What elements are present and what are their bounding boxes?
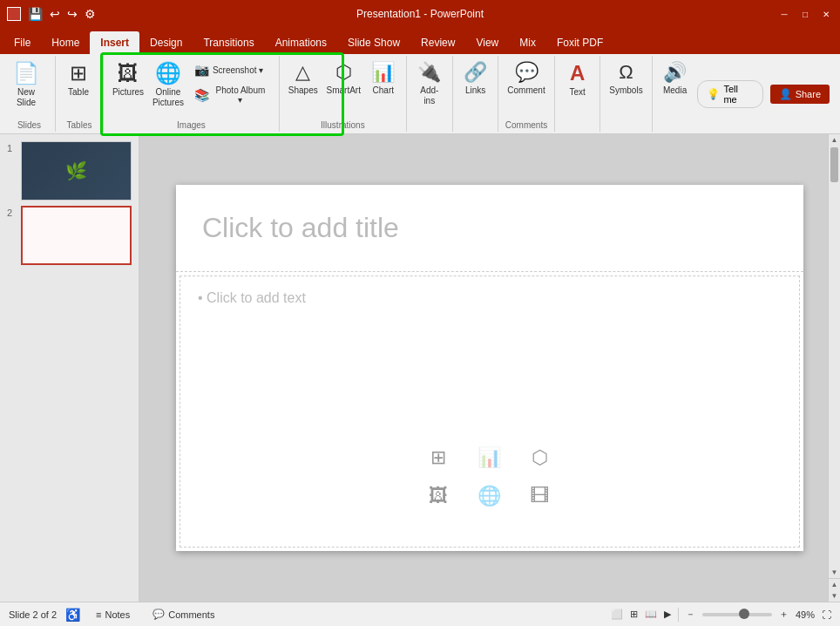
ribbon-tabs: File Home Insert Design Transitions Anim… — [0, 28, 840, 54]
tab-animations[interactable]: Animations — [265, 31, 337, 54]
media-button[interactable]: 🔊 Media — [658, 59, 693, 98]
comments-button[interactable]: 💬 Comments — [146, 607, 221, 622]
slide-sorter-icon[interactable]: ⊞ — [630, 609, 638, 620]
normal-view-icon[interactable]: ⬜ — [611, 609, 623, 620]
shapes-button[interactable]: △ Shapes — [285, 59, 322, 98]
photo-album-button[interactable]: 📚 Photo Album ▾ — [189, 82, 274, 108]
fit-slide-button[interactable]: ⛶ — [822, 609, 831, 620]
slide-content-area[interactable]: • Click to add text ⊞ 📊 ⬡ 🖼 🌐 🎞 — [180, 276, 800, 548]
screenshot-button[interactable]: 📷 Screenshot ▾ — [189, 59, 274, 80]
window-controls: ─ □ ✕ — [777, 7, 833, 21]
slide-content-placeholder: • Click to add text — [198, 290, 306, 306]
flower-icon: 🌿 — [65, 160, 87, 181]
tab-home[interactable]: Home — [41, 31, 90, 54]
text-buttons: A Text — [560, 59, 595, 130]
slide-thumb-2[interactable]: 2 — [7, 206, 132, 265]
slide-canvas: Click to add title • Click to add text ⊞… — [176, 185, 803, 551]
media-buttons: 🔊 Media — [658, 59, 693, 130]
online-pictures-icon: 🌐 — [155, 61, 181, 85]
redo-button[interactable]: ↪ — [65, 5, 79, 23]
insert-chart-icon[interactable]: 📊 — [468, 442, 510, 473]
slide-show-icon[interactable]: ▶ — [664, 609, 671, 620]
insert-picture-icon[interactable]: 🖼 — [417, 480, 459, 512]
title-bar-left: 💾 ↩ ↪ ⚙ — [7, 5, 98, 23]
insert-smartart-icon[interactable]: ⬡ — [518, 442, 560, 473]
minimize-button[interactable]: ─ — [777, 7, 791, 21]
zoom-slider[interactable] — [702, 613, 772, 616]
restore-button[interactable]: □ — [798, 7, 812, 21]
slide-title-area[interactable]: Click to add title — [176, 185, 803, 272]
scroll-down-arrow[interactable]: ▼ — [829, 567, 840, 578]
comments-group-label: Comments — [498, 120, 553, 130]
screenshot-icon: 📷 — [194, 63, 209, 77]
close-button[interactable]: ✕ — [819, 7, 833, 21]
smartart-button[interactable]: ⬡ SmartArt — [323, 59, 364, 98]
ribbon-group-images: 🖼 Pictures 🌐 OnlinePictures 📷 Screenshot… — [104, 56, 280, 132]
pictures-button[interactable]: 🖼 Pictures — [109, 59, 147, 99]
slide-main: ▲ ▼ ▲ ▼ Click to add title • Click to ad… — [139, 134, 840, 602]
pictures-icon: 🖼 — [118, 61, 139, 85]
tables-buttons: ⊞ Table — [61, 59, 98, 130]
addins-icon: 🔌 — [417, 61, 441, 84]
quick-access-toolbar: 💾 ↩ ↪ ⚙ — [26, 5, 98, 23]
scroll-track — [829, 146, 840, 567]
links-button[interactable]: 🔗 Links — [458, 59, 493, 98]
customize-button[interactable]: ⚙ — [83, 5, 98, 23]
tab-view[interactable]: View — [465, 31, 509, 54]
zoom-level: 49% — [796, 609, 815, 620]
share-button[interactable]: 👤 Share — [770, 85, 830, 104]
symbols-button[interactable]: Ω Symbols — [606, 59, 646, 98]
slide-thumb-img-1[interactable]: 🌿 — [21, 141, 132, 201]
scroll-next-page[interactable]: ▼ — [829, 590, 840, 602]
links-buttons: 🔗 Links — [458, 59, 493, 130]
vertical-scrollbar[interactable]: ▲ ▼ ▲ ▼ — [828, 134, 840, 602]
tab-file[interactable]: File — [3, 31, 41, 54]
zoom-thumb[interactable] — [739, 609, 749, 619]
zoom-in-button[interactable]: ＋ — [779, 608, 789, 621]
text-icon: A — [570, 61, 585, 85]
addins-button[interactable]: 🔌 Add-ins — [412, 59, 447, 108]
text-button[interactable]: A Text — [560, 59, 595, 99]
new-slide-button[interactable]: 📄 NewSlide — [9, 59, 44, 110]
insert-online-picture-icon[interactable]: 🌐 — [468, 480, 510, 512]
ribbon-right: 💡 Tell me 👤 Share — [697, 56, 837, 132]
save-button[interactable]: 💾 — [26, 5, 44, 23]
symbols-buttons: Ω Symbols — [606, 59, 646, 130]
tell-me-input[interactable]: 💡 Tell me — [697, 80, 762, 108]
insert-table-icon[interactable]: ⊞ — [417, 442, 459, 473]
table-button[interactable]: ⊞ Table — [61, 59, 96, 99]
tab-transitions[interactable]: Transitions — [193, 31, 264, 54]
chart-icon: 📊 — [371, 61, 395, 84]
scroll-prev-page[interactable]: ▲ — [829, 579, 840, 590]
zoom-out-button[interactable]: － — [686, 608, 695, 621]
slide-thumb-1[interactable]: 1 🌿 — [7, 141, 132, 201]
tab-insert[interactable]: Insert — [90, 31, 139, 54]
reading-view-icon[interactable]: 📖 — [645, 609, 657, 620]
tab-foxitpdf[interactable]: Foxit PDF — [546, 31, 613, 54]
media-icon: 🔊 — [663, 61, 687, 84]
ribbon-group-media: 🔊 Media — [653, 56, 698, 132]
tab-design[interactable]: Design — [139, 31, 193, 54]
ribbon-group-text: A Text — [555, 56, 601, 132]
tab-mix[interactable]: Mix — [509, 31, 546, 54]
slide-num-1: 1 — [7, 143, 16, 153]
slide-thumb-img-2[interactable] — [21, 206, 132, 265]
slides-panel: 1 🌿 2 — [0, 134, 139, 602]
slides-group-label: Slides — [3, 120, 55, 130]
table-icon: ⊞ — [70, 61, 87, 85]
tab-review[interactable]: Review — [410, 31, 465, 54]
notes-button[interactable]: ≡ Notes — [89, 608, 137, 622]
illustrations-group-label: Illustrations — [280, 120, 406, 130]
chart-button[interactable]: 📊 Chart — [366, 59, 401, 98]
insert-video-icon[interactable]: 🎞 — [518, 480, 560, 512]
scroll-up-arrow[interactable]: ▲ — [829, 134, 840, 146]
shapes-icon: △ — [295, 61, 310, 84]
slide-info: Slide 2 of 2 — [9, 609, 57, 620]
undo-button[interactable]: ↩ — [48, 5, 62, 23]
comment-button[interactable]: 💬 Comment — [504, 59, 548, 98]
online-pictures-button[interactable]: 🌐 OnlinePictures — [149, 59, 187, 110]
search-icon: 💡 — [707, 88, 720, 100]
tab-slideshow[interactable]: Slide Show — [337, 31, 410, 54]
scroll-thumb[interactable] — [830, 147, 838, 182]
images-buttons: 🖼 Pictures 🌐 OnlinePictures 📷 Screenshot… — [109, 59, 274, 130]
